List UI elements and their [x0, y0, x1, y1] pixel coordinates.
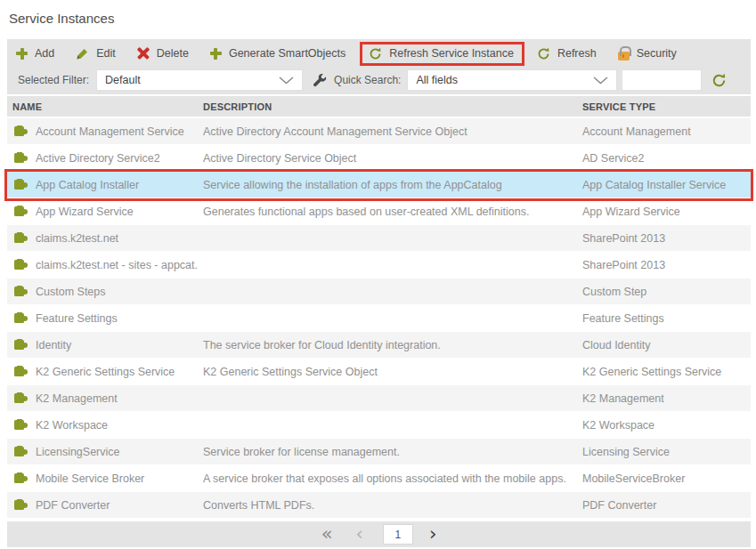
name-cell: K2 Workspace — [7, 419, 198, 432]
quick-search-field-select[interactable]: All fields — [407, 69, 617, 91]
quick-search-input[interactable] — [622, 69, 702, 91]
service-instance-description: Active Directory Account Management Serv… — [198, 125, 577, 138]
service-instance-name: K2 Management — [36, 392, 118, 405]
selected-filter-select[interactable]: Default — [96, 69, 303, 91]
table-row[interactable]: App Wizard ServiceGenerates functional a… — [7, 198, 751, 225]
name-cell: Custom Steps — [7, 286, 198, 298]
service-instance-type: Feature Settings — [577, 312, 751, 325]
name-cell: claims.k2test.net - sites - appcat... — [7, 259, 198, 271]
service-instance-type: SharePoint 2013 — [577, 259, 751, 271]
pencil-icon — [76, 47, 89, 61]
table-row[interactable]: Custom StepsCustom Step — [7, 279, 751, 305]
service-instance-description: A service broker that exposes all option… — [198, 472, 577, 485]
service-instance-type: AD Service2 — [577, 152, 751, 165]
chevron-down-icon — [279, 77, 294, 85]
refresh-service-instance-callout: Refresh Service Instance — [360, 42, 524, 66]
next-page-button[interactable]: › — [429, 525, 436, 544]
service-instance-name: K2 Generic Settings Service — [36, 366, 175, 378]
add-button[interactable]: Add — [16, 47, 54, 60]
table-row[interactable]: Active Directory Service2Active Director… — [7, 145, 751, 172]
refresh-icon — [537, 47, 550, 61]
table-row[interactable]: Mobile Service BrokerA service broker th… — [7, 465, 751, 492]
service-instance-type: SharePoint 2013 — [577, 232, 751, 245]
table-row[interactable]: claims.k2test.netSharePoint 2013 — [7, 225, 751, 252]
name-cell: App Wizard Service — [7, 206, 198, 218]
table-row[interactable]: K2 WorkspaceK2 Workspace — [7, 412, 751, 439]
puzzle-piece-icon — [14, 260, 24, 270]
refresh-service-instance-label: Refresh Service Instance — [389, 47, 514, 60]
name-cell: App Catalog Installer — [7, 179, 198, 191]
service-instance-name: Mobile Service Broker — [36, 472, 144, 485]
table-row[interactable]: claims.k2test.net - sites - appcat...Sha… — [7, 252, 751, 279]
prev-page-button[interactable]: ‹ — [356, 525, 363, 544]
delete-button-label: Delete — [157, 47, 189, 60]
name-cell: PDF Converter — [7, 499, 198, 512]
name-cell: K2 Generic Settings Service — [7, 366, 198, 378]
page-title: Service Instances — [9, 11, 751, 28]
table-row[interactable]: PDF ConverterConverts HTML PDFs.PDF Conv… — [7, 492, 751, 519]
service-instance-name: Feature Settings — [36, 312, 118, 325]
refresh-button[interactable]: Refresh — [537, 47, 597, 61]
name-cell: LicensingService — [7, 446, 198, 458]
table-row[interactable]: LicensingServiceService broker for licen… — [7, 439, 751, 465]
service-instance-type: Custom Step — [577, 286, 751, 298]
puzzle-piece-icon — [14, 393, 24, 403]
puzzle-piece-icon — [14, 287, 24, 296]
chevron-down-icon — [593, 77, 608, 85]
selected-filter-label: Selected Filter: — [18, 74, 89, 86]
search-refresh-icon[interactable] — [711, 73, 727, 88]
name-cell: Account Management Service — [7, 125, 198, 138]
service-instances-page: Service Instances Add Edit Delete — [0, 0, 756, 549]
table-row[interactable]: Feature SettingsFeature Settings — [7, 305, 751, 332]
edit-button-label: Edit — [96, 47, 116, 60]
toolbar: Add Edit Delete Generate SmartObjects — [7, 39, 751, 94]
puzzle-piece-icon — [14, 313, 24, 323]
selected-filter-value: Default — [105, 74, 141, 86]
refresh-service-instance-button[interactable]: Refresh Service Instance — [369, 47, 514, 61]
service-instance-name: PDF Converter — [36, 499, 110, 512]
service-instance-type: K2 Generic Settings Service — [577, 366, 751, 378]
puzzle-piece-icon — [14, 126, 24, 136]
service-instance-name: App Wizard Service — [36, 206, 134, 218]
puzzle-piece-icon — [14, 153, 24, 163]
generate-smartobjects-label: Generate SmartObjects — [229, 47, 345, 60]
puzzle-piece-icon — [14, 473, 24, 483]
table-row-selected[interactable]: App Catalog InstallerService allowing th… — [7, 172, 751, 198]
service-instance-name: Identity — [36, 339, 71, 351]
service-instance-name: K2 Workspace — [36, 419, 108, 432]
table-row[interactable]: K2 Generic Settings ServiceK2 Generic Se… — [7, 359, 751, 385]
service-instance-name: Account Management Service — [36, 125, 184, 138]
service-instance-name: claims.k2test.net - sites - appcat... — [36, 259, 198, 271]
service-instance-type: MobileServiceBroker — [577, 472, 751, 485]
column-header-description[interactable]: DESCRIPTION — [198, 101, 577, 112]
service-instance-name: Active Directory Service2 — [36, 152, 160, 165]
page-number-input[interactable]: 1 — [383, 524, 413, 545]
service-instance-description: Service allowing the installation of app… — [198, 179, 577, 191]
table-row[interactable]: IdentityThe service broker for Cloud Ide… — [7, 332, 751, 359]
service-instance-type: Licensing Service — [577, 446, 751, 458]
service-instance-name: Custom Steps — [36, 286, 106, 298]
table-row[interactable]: Account Management ServiceActive Directo… — [7, 118, 751, 145]
security-button[interactable]: Security — [618, 46, 677, 61]
column-header-name[interactable]: NAME — [7, 101, 198, 112]
delete-button[interactable]: Delete — [137, 47, 189, 60]
name-cell: Active Directory Service2 — [7, 152, 198, 165]
puzzle-piece-icon — [14, 367, 24, 376]
column-header-service-type[interactable]: SERVICE TYPE — [577, 101, 751, 112]
puzzle-piece-icon — [14, 233, 24, 243]
name-cell: claims.k2test.net — [7, 232, 198, 245]
service-instance-type: PDF Converter — [577, 499, 751, 512]
service-instance-name: App Catalog Installer — [36, 179, 139, 191]
filter-bar: Selected Filter: Default Quick Search: A… — [7, 68, 751, 94]
table-body: Account Management ServiceActive Directo… — [7, 118, 751, 519]
name-cell: Identity — [7, 339, 198, 351]
table-row[interactable]: K2 ManagementK2 Management — [7, 385, 751, 412]
first-page-button[interactable]: « — [321, 525, 331, 544]
service-instance-description: Generates functional apps based on user-… — [198, 206, 577, 218]
generate-smartobjects-button[interactable]: Generate SmartObjects — [210, 47, 345, 60]
puzzle-piece-icon — [14, 180, 24, 190]
delete-x-icon — [137, 47, 150, 60]
wrench-icon[interactable] — [313, 73, 327, 87]
edit-button[interactable]: Edit — [76, 47, 116, 61]
service-instance-name: claims.k2test.net — [36, 232, 118, 245]
